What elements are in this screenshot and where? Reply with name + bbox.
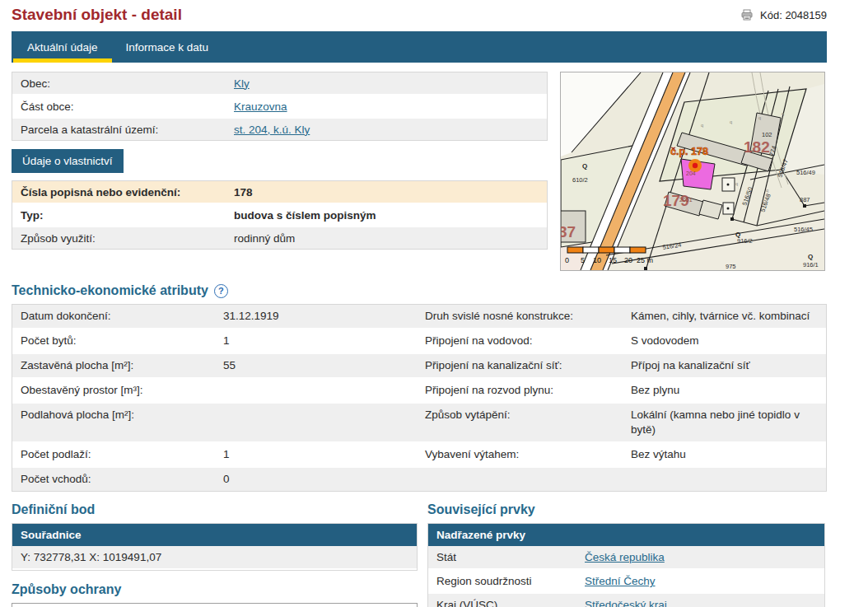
obec-link[interactable]: Kly [234,77,250,90]
svg-text:0: 0 [565,256,569,264]
table-row: Parcela a katastrální území: st. 204, k.… [12,119,547,140]
attr-value [223,408,425,437]
coordinates-table: Souřadnice Y: 732778,31 X: 1019491,07 [12,523,418,571]
protection-note: Nejsou evidovány žádné způsoby ochrany. [12,603,418,607]
attr-value: Bez výtahu [631,447,826,462]
svg-text:q: q [735,181,738,186]
svg-text:516/45: 516/45 [794,226,813,233]
tab-label: Aktuální údaje [27,41,98,54]
tab-bar: Aktuální údaje Informace k datu [12,31,827,63]
table-row: Datum dokončení: 31.12.1919 Druh svislé … [12,305,826,329]
table-row: Čísla popisná nebo evidenční: 178 [12,181,547,204]
cadastral-map[interactable]: č.p. 178 182 179 37 102 774 516/47 516/4… [560,72,825,271]
help-icon[interactable]: ? [214,284,228,298]
table-row: Region soudržnosti Střední Čechy [428,570,824,594]
row-label: Region soudržnosti [428,575,585,587]
attr-label: Zastavěná plocha [m²]: [12,358,223,373]
svg-text:916/2: 916/2 [737,237,753,245]
attr-value: Lokální (kamna nebo jiné topidlo v bytě) [631,408,826,437]
related-table-header: Nadřazené prvky [428,524,824,546]
svg-text:20: 20 [624,256,632,264]
svg-text:q: q [782,111,784,116]
table-row: Kraj (VÚSC) Středočeský kraj [428,594,824,607]
row-label: Způsob využití: [12,232,234,245]
attr-label: Připojení na rozvod plynu: [425,383,631,398]
svg-text:610/2: 610/2 [572,176,588,184]
region-link[interactable]: Střední Čechy [585,575,656,587]
page-header: Stavební objekt - detail Kód: 2048159 [12,3,827,26]
related-elements-column: Související prvky Nadřazené prvky Stát Č… [427,502,825,607]
tab-aktualni-udaje[interactable]: Aktuální údaje [13,31,112,63]
attr-value: 55 [223,358,425,373]
bottom-section: Definiční bod Souřadnice Y: 732778,31 X:… [12,502,827,607]
attr-value [223,383,425,398]
attr-label: Podlahová plocha [m²]: [12,408,223,437]
svg-text:37: 37 [561,223,576,240]
object-code: Kód: 2048159 [760,9,827,21]
table-row: Obestavěný prostor [m³]: Připojení na ro… [12,379,826,404]
object-code-area: Kód: 2048159 [741,9,827,21]
related-heading: Související prvky [427,502,825,517]
coordinates-value: Y: 732778,31 X: 1019491,07 [12,551,161,563]
section-title: Technicko-ekonomické atributy [12,283,208,298]
attr-label [425,472,631,487]
table-row: Typ: budova s číslem popisným [12,204,547,227]
kraj-link[interactable]: Středočeský kraj [585,599,667,607]
svg-text:q: q [758,115,761,120]
svg-text:2051: 2051 [679,197,693,203]
row-label: Typ: [12,209,234,222]
svg-text:Q: Q [808,253,813,260]
attr-value: 1 [223,447,425,462]
svg-text:975: 975 [726,263,736,270]
tech-attributes-heading: Technicko-ekonomické atributy ? [12,283,827,298]
attr-label: Připojení na kanalizační síť: [425,358,631,373]
tech-attributes-table: Datum dokončení: 31.12.1919 Druh svislé … [12,304,827,492]
table-row: Počet podlaží: 1 Vybavení výtahem: Bez v… [12,443,826,468]
definition-point-heading: Definiční bod [12,502,418,517]
attr-label: Počet bytů: [12,334,223,348]
table-row: Počet vchodů: 0 [12,468,826,491]
row-value: 178 [234,186,547,198]
attr-label: Druh svislé nosné konstrukce: [425,309,631,324]
attr-label: Způsob vytápění: [425,408,631,437]
svg-text:102: 102 [762,131,772,138]
tab-informace-k-datu[interactable]: Informace k datu [112,31,223,63]
parcela-link[interactable]: st. 204, k.ú. Kly [234,124,310,136]
attr-value: Kámen, cihly, tvárnice vč. kombinací [631,309,826,324]
svg-text:q: q [766,188,768,193]
table-row: Stát Česká republika [428,546,824,570]
attr-value: S vodovodem [631,334,826,348]
row-label: Část obce: [12,100,234,113]
building-table: Čísla popisná nebo evidenční: 178 Typ: b… [12,180,548,250]
svg-text:204: 204 [686,170,696,176]
table-row: Zastavěná plocha [m²]: 55 Připojení na k… [12,354,826,379]
attr-label: Vybavení výtahem: [425,447,631,462]
attr-value: 0 [223,472,425,487]
attr-label: Připojení na vodovod: [425,334,631,348]
table-row: Část obce: Krauzovna [12,96,547,119]
svg-text:15: 15 [609,256,617,264]
attr-label: Obestavěný prostor [m³]: [12,383,223,398]
attr-value: Bez plynu [631,383,826,398]
stavebni-objekt-detail-page: Stavební objekt - detail Kód: 2048159 Ak… [0,0,827,607]
svg-text:916/1: 916/1 [803,261,819,268]
table-row: Obec: Kly [12,72,547,96]
map-marker-label: č.p. 178 [670,146,708,157]
svg-text:q: q [730,119,732,124]
cast-obce-link[interactable]: Krauzovna [234,100,287,113]
stat-link[interactable]: Česká republika [585,551,665,563]
ownership-button[interactable]: Údaje o vlastnictví [12,149,124,173]
attr-value: Přípoj na kanalizační síť [631,358,826,373]
definition-point-column: Definiční bod Souřadnice Y: 732778,31 X:… [12,502,418,607]
print-icon[interactable] [741,9,753,21]
table-row: Způsob využití: rodinný dům [12,227,547,249]
svg-text:25 m: 25 m [637,256,653,264]
attr-label: Datum dokončení: [12,309,223,324]
svg-text:Q: Q [582,162,587,170]
related-table: Nadřazené prvky Stát Česká republika Reg… [427,523,825,607]
location-table: Obec: Kly Část obce: Krauzovna Parcela a… [12,72,548,141]
svg-text:Q: Q [735,231,740,238]
svg-text:516/49: 516/49 [796,169,815,176]
row-label: Kraj (VÚSC) [428,599,585,607]
svg-text:5: 5 [581,256,585,264]
